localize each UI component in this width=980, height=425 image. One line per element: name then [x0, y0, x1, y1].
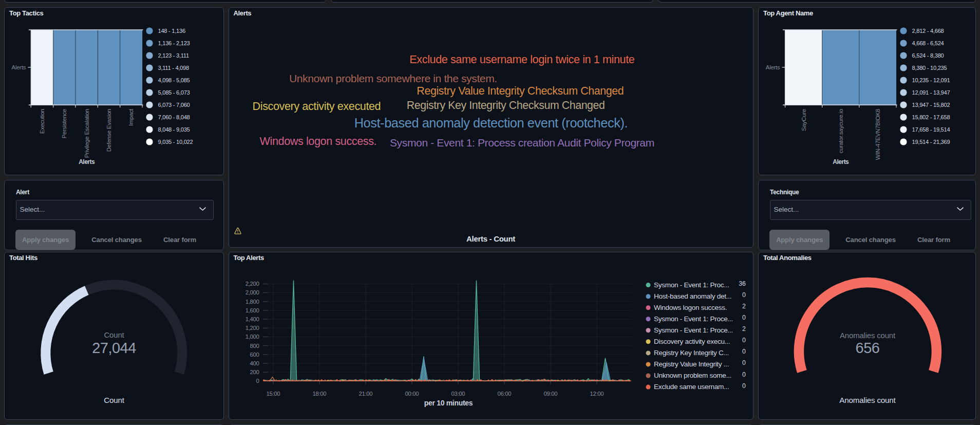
- svg-text:1,600: 1,600: [245, 307, 259, 313]
- svg-text:0: 0: [742, 382, 746, 390]
- svg-text:18:00: 18:00: [312, 391, 326, 397]
- svg-text:WIN-47EVN7BIOK8: WIN-47EVN7BIOK8: [875, 109, 881, 160]
- svg-text:8,048 - 9,035: 8,048 - 9,035: [158, 126, 190, 133]
- svg-text:15,802 - 17,658: 15,802 - 17,658: [912, 114, 950, 120]
- svg-text:Host-based anomaly det...: Host-based anomaly det...: [654, 292, 731, 300]
- svg-text:Sysmon - Event 1: Proc...: Sysmon - Event 1: Proc...: [654, 281, 729, 289]
- svg-text:27,044: 27,044: [92, 340, 136, 356]
- svg-text:2,000: 2,000: [245, 289, 259, 295]
- svg-text:0: 0: [742, 359, 746, 366]
- svg-text:2,200: 2,200: [245, 281, 259, 287]
- svg-text:SayCure: SayCure: [801, 109, 807, 131]
- svg-text:10,235 - 12,091: 10,235 - 12,091: [912, 77, 950, 83]
- svg-text:Alerts: Alerts: [79, 158, 95, 165]
- svg-text:Sysmon - Event 1: Proce...: Sysmon - Event 1: Proce...: [654, 326, 733, 334]
- svg-text:Alerts: Alerts: [833, 158, 849, 165]
- svg-text:Impact: Impact: [128, 108, 134, 126]
- svg-text:per 10 minutes: per 10 minutes: [424, 399, 473, 407]
- svg-text:0: 0: [742, 291, 746, 299]
- svg-text:1,000: 1,000: [245, 334, 259, 340]
- svg-text:1,136 - 2,123: 1,136 - 2,123: [158, 40, 190, 46]
- svg-text:12,091 - 13,947: 12,091 - 13,947: [912, 89, 950, 96]
- svg-text:Count: Count: [104, 330, 124, 339]
- svg-text:Alerts: Alerts: [12, 64, 26, 70]
- svg-text:curator.saycure.io: curator.saycure.io: [838, 109, 844, 153]
- svg-text:Persistence: Persistence: [61, 109, 67, 138]
- svg-text:Execution: Execution: [39, 109, 45, 134]
- svg-text:36: 36: [739, 280, 746, 287]
- svg-text:0: 0: [742, 348, 746, 355]
- svg-text:0: 0: [256, 378, 259, 384]
- svg-text:2: 2: [742, 303, 746, 310]
- svg-text:2,123 - 3,111: 2,123 - 3,111: [158, 52, 189, 59]
- svg-text:148 - 1,136: 148 - 1,136: [158, 28, 185, 34]
- svg-text:200: 200: [250, 369, 259, 375]
- svg-text:Unknown problem some...: Unknown problem some...: [654, 372, 731, 379]
- svg-text:Windows logon success.: Windows logon success.: [654, 304, 727, 311]
- svg-text:21:00: 21:00: [359, 391, 372, 397]
- svg-text:600: 600: [250, 352, 259, 358]
- svg-text:Privilege Escalation: Privilege Escalation: [84, 109, 90, 158]
- svg-text:09:00: 09:00: [543, 391, 557, 397]
- svg-text:Registry Value Integrity ...: Registry Value Integrity ...: [654, 360, 729, 368]
- svg-text:Registry Key Integrity C...: Registry Key Integrity C...: [654, 349, 729, 357]
- svg-text:00:00: 00:00: [405, 391, 419, 397]
- svg-text:1,400: 1,400: [245, 316, 259, 322]
- svg-text:Sysmon - Event 1: Proce...: Sysmon - Event 1: Proce...: [654, 315, 733, 323]
- svg-text:400: 400: [250, 360, 259, 366]
- svg-text:Alerts: Alerts: [766, 64, 780, 70]
- svg-text:0: 0: [742, 337, 746, 344]
- svg-text:656: 656: [856, 340, 880, 356]
- svg-text:1,200: 1,200: [245, 325, 259, 331]
- svg-text:19,514 - 21,369: 19,514 - 21,369: [912, 139, 950, 145]
- svg-text:15:00: 15:00: [266, 391, 280, 397]
- svg-text:4,098 - 5,085: 4,098 - 5,085: [158, 77, 190, 83]
- svg-text:Exclude same usernam...: Exclude same usernam...: [654, 383, 729, 391]
- svg-text:0: 0: [742, 314, 746, 321]
- svg-text:6,073 - 7,060: 6,073 - 7,060: [158, 102, 190, 108]
- svg-text:800: 800: [250, 343, 259, 349]
- svg-text:Defense Evasion: Defense Evasion: [106, 109, 112, 152]
- svg-text:12:00: 12:00: [590, 391, 604, 397]
- svg-text:Count: Count: [104, 396, 125, 404]
- svg-text:2: 2: [742, 325, 746, 332]
- svg-text:13,947 - 15,802: 13,947 - 15,802: [912, 102, 950, 108]
- svg-text:9,035 - 10,022: 9,035 - 10,022: [158, 139, 193, 145]
- svg-text:Anomalies count: Anomalies count: [840, 331, 896, 340]
- svg-text:03:00: 03:00: [451, 391, 465, 397]
- svg-text:3,111 - 4,098: 3,111 - 4,098: [158, 65, 189, 71]
- svg-text:0: 0: [742, 371, 746, 378]
- svg-text:4,668 - 6,524: 4,668 - 6,524: [912, 40, 944, 46]
- svg-text:Anomalies count: Anomalies count: [839, 396, 896, 404]
- svg-text:7,060 - 8,048: 7,060 - 8,048: [158, 114, 190, 120]
- svg-text:2,812 - 4,668: 2,812 - 4,668: [912, 28, 944, 34]
- svg-text:6,524 - 8,380: 6,524 - 8,380: [912, 52, 944, 59]
- svg-text:Discovery activity execu...: Discovery activity execu...: [654, 338, 730, 345]
- svg-text:5,085 - 6,073: 5,085 - 6,073: [158, 89, 190, 96]
- svg-text:1,800: 1,800: [245, 299, 259, 305]
- svg-text:8,380 - 10,235: 8,380 - 10,235: [912, 65, 947, 71]
- svg-text:06:00: 06:00: [497, 391, 511, 397]
- svg-text:17,658 - 19,514: 17,658 - 19,514: [912, 126, 950, 133]
